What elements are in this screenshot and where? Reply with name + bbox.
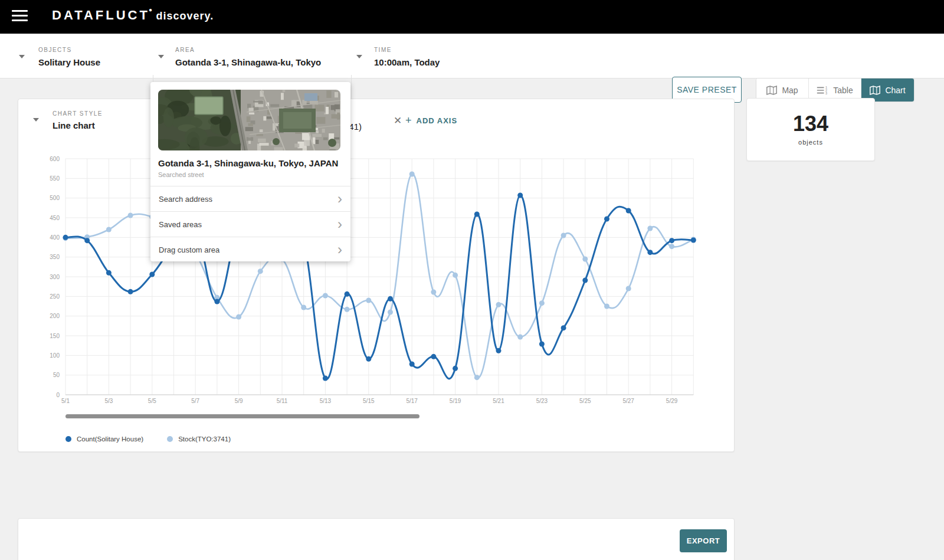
svg-text:250: 250 <box>50 293 60 300</box>
svg-text:5/13: 5/13 <box>320 398 332 404</box>
chevron-down-icon <box>356 55 362 58</box>
line-chart: 0501001502002503003504004505005506005/15… <box>48 148 709 410</box>
svg-text:5/11: 5/11 <box>277 398 288 404</box>
svg-text:50: 50 <box>53 372 60 378</box>
time-filter-value: 10:00am, Today <box>374 57 440 67</box>
svg-text:5/5: 5/5 <box>148 398 156 404</box>
svg-text:5/19: 5/19 <box>450 398 461 404</box>
chevron-down-icon <box>19 55 25 58</box>
svg-text:5/25: 5/25 <box>579 398 591 404</box>
table-icon: 1 2 3 <box>817 86 828 95</box>
brand-logo: DATAFLUCT● discovery. <box>52 8 214 23</box>
svg-text:200: 200 <box>50 313 60 319</box>
chevron-right-icon: › <box>337 193 342 205</box>
svg-text:100: 100 <box>50 352 60 359</box>
brand-name: DATAFLUCT <box>52 8 150 22</box>
chart-horizontal-scrollbar[interactable] <box>65 414 419 418</box>
svg-text:500: 500 <box>50 195 60 201</box>
chevron-down-icon <box>158 55 164 58</box>
objects-count-card: 134 objects <box>746 98 875 161</box>
time-filter[interactable]: TIME 10:00am, Today <box>349 34 497 78</box>
objects-count-label: objects <box>747 139 874 146</box>
add-axis-button[interactable]: + ADD AXIS <box>405 115 457 126</box>
legend-item-stock[interactable]: Stock(TYO:3741) <box>167 435 231 443</box>
bottom-panel: EXPORT <box>18 518 735 560</box>
objects-filter-value: Solitary House <box>38 57 100 67</box>
close-icon[interactable]: ✕ <box>394 114 402 127</box>
svg-text:400: 400 <box>50 234 60 241</box>
legend-dot-dark <box>65 436 71 442</box>
svg-text:350: 350 <box>50 254 60 260</box>
area-filter[interactable]: AREA Gotanda 3-1, Shinagawa-ku, Tokyo <box>151 34 346 78</box>
chart-icon <box>870 86 880 95</box>
menu-item-saved-areas[interactable]: Saved areas › <box>150 211 350 237</box>
svg-text:5/1: 5/1 <box>61 398 70 404</box>
menu-item-label: Saved areas <box>159 220 202 229</box>
legend-item-count[interactable]: Count(Solitary House) <box>65 435 143 443</box>
plus-icon: + <box>405 115 412 126</box>
map-view-label: Map <box>782 86 798 95</box>
legend-label: Count(Solitary House) <box>77 435 143 443</box>
svg-text:0: 0 <box>56 392 60 398</box>
area-filter-value: Gotanda 3-1, Shinagawa-ku, Tokyo <box>175 57 321 67</box>
satellite-map-thumbnail <box>158 90 340 150</box>
objects-count-value: 134 <box>747 112 874 136</box>
svg-text:150: 150 <box>50 333 60 339</box>
svg-text:450: 450 <box>50 215 60 221</box>
chevron-right-icon: › <box>337 244 342 256</box>
objects-filter-label: OBJECTS <box>38 47 72 53</box>
export-button[interactable]: EXPORT <box>680 529 727 552</box>
menu-item-label: Drag custom area <box>159 245 219 254</box>
menu-item-label: Search address <box>159 195 212 204</box>
table-view-label: Table <box>833 86 853 95</box>
chart-style-value[interactable]: Line chart <box>53 120 95 130</box>
svg-text:300: 300 <box>50 274 60 280</box>
add-axis-label: ADD AXIS <box>417 116 458 125</box>
svg-text:5/29: 5/29 <box>666 398 678 404</box>
brand-dot: ● <box>149 6 152 13</box>
chart-card: CHART STYLE Line chart Count(Solitary Ho… <box>18 99 735 452</box>
svg-text:5/7: 5/7 <box>191 398 199 404</box>
chart-legend: Count(Solitary House) Stock(TYO:3741) <box>65 435 231 443</box>
objects-filter[interactable]: OBJECTS Solitary House <box>12 34 148 78</box>
svg-text:5/27: 5/27 <box>622 398 634 404</box>
menu-item-search-address[interactable]: Search address › <box>150 186 350 211</box>
svg-text:5/23: 5/23 <box>536 398 548 404</box>
popup-area-subtitle: Searched street <box>158 171 204 178</box>
chevron-down-icon[interactable] <box>33 118 39 122</box>
hamburger-menu-icon[interactable] <box>12 10 28 23</box>
popup-area-title: Gotanda 3-1, Shinagawa-ku, Tokyo, JAPAN <box>158 158 338 168</box>
popup-menu: Search address › Saved areas › Drag cust… <box>150 186 350 262</box>
svg-text:5/15: 5/15 <box>363 398 375 404</box>
svg-text:550: 550 <box>50 175 60 182</box>
area-filter-label: AREA <box>175 47 195 53</box>
svg-text:600: 600 <box>50 156 60 162</box>
chevron-right-icon: › <box>337 218 342 230</box>
svg-text:5/9: 5/9 <box>235 398 243 404</box>
chart-view-label: Chart <box>885 86 905 95</box>
time-filter-label: TIME <box>374 47 392 53</box>
menu-item-drag-custom-area[interactable]: Drag custom area › <box>150 237 350 262</box>
svg-text:5/3: 5/3 <box>104 398 113 404</box>
filter-bar: OBJECTS Solitary House AREA Gotanda 3-1,… <box>0 34 944 78</box>
legend-label: Stock(TYO:3741) <box>178 435 231 443</box>
chart-style-label: CHART STYLE <box>53 110 103 117</box>
svg-text:3: 3 <box>825 91 827 95</box>
legend-dot-light <box>167 436 173 442</box>
app-header: DATAFLUCT● discovery. <box>0 0 944 34</box>
svg-text:5/21: 5/21 <box>493 398 504 404</box>
brand-suffix: discovery. <box>156 10 214 22</box>
area-popup: Gotanda 3-1, Shinagawa-ku, Tokyo, JAPAN … <box>150 82 350 261</box>
map-icon <box>766 86 777 95</box>
svg-text:5/17: 5/17 <box>406 398 418 404</box>
